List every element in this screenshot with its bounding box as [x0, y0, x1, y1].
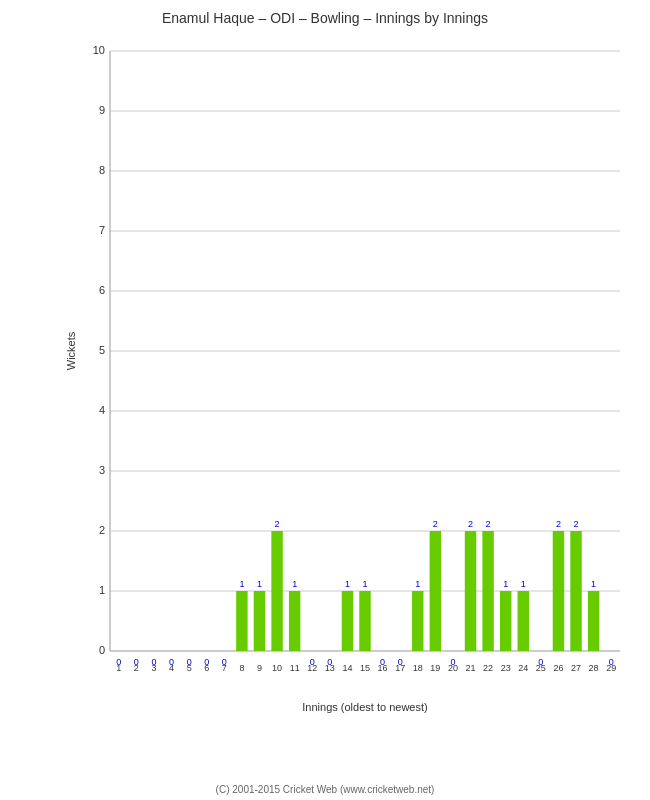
svg-text:1: 1 [521, 579, 526, 589]
svg-text:29: 29 [606, 663, 616, 673]
svg-text:7: 7 [222, 663, 227, 673]
svg-text:11: 11 [290, 663, 300, 673]
svg-text:7: 7 [99, 224, 105, 236]
svg-text:4: 4 [169, 663, 174, 673]
svg-text:16: 16 [378, 663, 388, 673]
svg-text:1: 1 [345, 579, 350, 589]
svg-text:2: 2 [275, 519, 280, 529]
svg-rect-93 [588, 591, 599, 651]
svg-rect-48 [289, 591, 300, 651]
svg-text:12: 12 [307, 663, 317, 673]
chart-svg: 012345678910WicketsInnings (oldest to ne… [65, 36, 635, 716]
svg-text:0: 0 [99, 644, 105, 656]
svg-text:1: 1 [292, 579, 297, 589]
svg-text:27: 27 [571, 663, 581, 673]
svg-text:10: 10 [272, 663, 282, 673]
svg-text:18: 18 [413, 663, 423, 673]
svg-text:4: 4 [99, 404, 105, 416]
svg-text:1: 1 [99, 584, 105, 596]
svg-text:2: 2 [134, 663, 139, 673]
svg-text:5: 5 [187, 663, 192, 673]
svg-text:28: 28 [589, 663, 599, 673]
svg-text:2: 2 [433, 519, 438, 529]
svg-rect-58 [359, 591, 370, 651]
svg-text:2: 2 [468, 519, 473, 529]
svg-rect-68 [430, 531, 441, 651]
svg-rect-82 [518, 591, 529, 651]
svg-rect-79 [500, 591, 511, 651]
svg-text:22: 22 [483, 663, 493, 673]
svg-text:2: 2 [574, 519, 579, 529]
svg-text:9: 9 [257, 663, 262, 673]
svg-text:1: 1 [116, 663, 121, 673]
svg-text:Wickets: Wickets [65, 331, 77, 370]
svg-rect-76 [482, 531, 493, 651]
svg-text:1: 1 [362, 579, 367, 589]
svg-text:3: 3 [151, 663, 156, 673]
svg-text:6: 6 [204, 663, 209, 673]
svg-rect-42 [254, 591, 265, 651]
chart-container: Enamul Haque – ODI – Bowling – Innings b… [0, 0, 650, 800]
svg-rect-90 [570, 531, 581, 651]
svg-text:8: 8 [99, 164, 105, 176]
svg-rect-87 [553, 531, 564, 651]
svg-rect-55 [342, 591, 353, 651]
svg-text:15: 15 [360, 663, 370, 673]
svg-text:2: 2 [486, 519, 491, 529]
copyright-text: (C) 2001-2015 Cricket Web (www.cricketwe… [0, 784, 650, 795]
svg-text:17: 17 [395, 663, 405, 673]
svg-text:3: 3 [99, 464, 105, 476]
svg-text:Innings (oldest to newest): Innings (oldest to newest) [302, 701, 427, 713]
svg-text:26: 26 [553, 663, 563, 673]
svg-text:1: 1 [591, 579, 596, 589]
svg-rect-45 [271, 531, 282, 651]
svg-text:1: 1 [503, 579, 508, 589]
svg-text:8: 8 [239, 663, 244, 673]
svg-text:1: 1 [257, 579, 262, 589]
svg-text:23: 23 [501, 663, 511, 673]
svg-text:20: 20 [448, 663, 458, 673]
svg-text:19: 19 [430, 663, 440, 673]
chart-area: 012345678910WicketsInnings (oldest to ne… [65, 36, 635, 716]
svg-text:2: 2 [99, 524, 105, 536]
svg-rect-39 [236, 591, 247, 651]
svg-text:5: 5 [99, 344, 105, 356]
svg-text:13: 13 [325, 663, 335, 673]
svg-text:21: 21 [466, 663, 476, 673]
svg-text:24: 24 [518, 663, 528, 673]
svg-text:1: 1 [415, 579, 420, 589]
svg-text:25: 25 [536, 663, 546, 673]
svg-rect-73 [465, 531, 476, 651]
svg-text:14: 14 [342, 663, 352, 673]
chart-title: Enamul Haque – ODI – Bowling – Innings b… [162, 10, 488, 26]
svg-text:1: 1 [239, 579, 244, 589]
svg-text:2: 2 [556, 519, 561, 529]
svg-text:6: 6 [99, 284, 105, 296]
svg-text:10: 10 [93, 44, 105, 56]
svg-text:9: 9 [99, 104, 105, 116]
svg-rect-65 [412, 591, 423, 651]
